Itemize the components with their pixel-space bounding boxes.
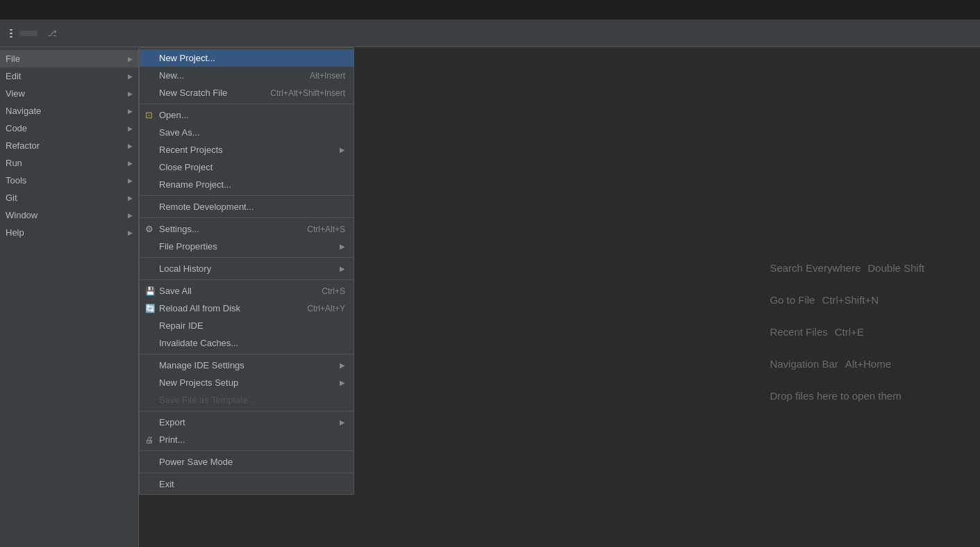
menu-label-repair-ide: Repair IDE (159, 320, 204, 331)
sidebar-item-file[interactable]: File▶ (0, 50, 138, 67)
sidebar-item-run[interactable]: Run▶ (0, 154, 138, 172)
branch-dropdown[interactable]: ⎇ (40, 26, 71, 41)
sidebar-label-edit: Edit (6, 71, 21, 81)
chevron-right-icon: ▶ (128, 212, 133, 219)
chevron-right-icon: ▶ (128, 90, 133, 97)
menu-item-rename-project[interactable]: Rename Project... (140, 176, 354, 193)
sidebar-label-help: Help (6, 227, 24, 238)
file-menu-panel: New Project...New...Alt+InsertNew Scratc… (139, 47, 354, 495)
menu-separator (140, 104, 354, 104)
hint-shortcut: Ctrl+E (835, 320, 864, 345)
sidebar-label-code: Code (6, 123, 27, 133)
menu-label-local-history: Local History (159, 263, 211, 274)
menu-item-new-scratch-file[interactable]: New Scratch FileCtrl+Alt+Shift+Insert (140, 84, 354, 101)
menu-item-open[interactable]: ⊡Open... (140, 106, 354, 124)
chevron-right-icon: ▶ (128, 177, 133, 184)
sidebar-item-view[interactable]: View▶ (0, 85, 138, 102)
menu-label-remote-development: Remote Development... (159, 202, 254, 212)
sidebar-item-help[interactable]: Help▶ (0, 224, 138, 241)
hint-shortcut: Alt+Home (845, 352, 891, 377)
menu-label-settings: Settings... (159, 224, 199, 234)
menu-label-export: Export (159, 417, 185, 427)
chevron-right-icon: ▶ (128, 142, 133, 149)
menu-bar: ⎇ (0, 19, 980, 47)
submenu-arrow-icon: ▶ (340, 361, 345, 369)
menu-separator (140, 354, 354, 354)
menu-label-save-file-as-template: Save File as Template... (159, 395, 256, 405)
hint-text: Recent Files (770, 320, 827, 345)
hint-text: Search Everywhere (770, 256, 861, 281)
menu-label-save-all: Save All (159, 286, 192, 296)
menu-item-manage-ide-settings[interactable]: Manage IDE Settings▶ (140, 357, 354, 374)
menu-label-file-properties: File Properties (159, 241, 217, 252)
menu-item-reload-all[interactable]: 🔄Reload All from DiskCtrl+Alt+Y (140, 300, 354, 317)
sidebar-label-view: View (6, 88, 25, 99)
sidebar-item-git[interactable]: Git▶ (0, 189, 138, 206)
menu-label-power-save-mode: Power Save Mode (159, 457, 233, 467)
menu-item-repair-ide[interactable]: Repair IDE (140, 317, 354, 334)
menu-item-new-projects-setup[interactable]: New Projects Setup▶ (140, 374, 354, 391)
menu-item-remote-development[interactable]: Remote Development... (140, 198, 354, 215)
sidebar-item-navigate[interactable]: Navigate▶ (0, 102, 138, 120)
shortcut-save-all: Ctrl+S (322, 286, 345, 296)
menu-item-power-save-mode[interactable]: Power Save Mode (140, 453, 354, 471)
sidebar-label-file: File (6, 54, 20, 64)
title-bar (0, 0, 980, 19)
menu-label-new-scratch-file: New Scratch File (159, 88, 227, 98)
sidebar-item-window[interactable]: Window▶ (0, 206, 138, 224)
chevron-right-icon: ▶ (128, 229, 133, 236)
hint-item-recent-files: Recent FilesCtrl+E (770, 320, 924, 345)
sidebar-label-refactor: Refactor (6, 140, 40, 151)
menu-item-new[interactable]: New...Alt+Insert (140, 67, 354, 84)
menu-label-reload-all: Reload All from Disk (159, 303, 240, 313)
project-dropdown[interactable] (19, 31, 38, 36)
editor-area: Search EverywhereDouble ShiftGo to FileC… (354, 47, 980, 547)
menu-separator (140, 257, 354, 258)
menu-separator (140, 279, 354, 280)
menu-item-print[interactable]: 🖨Print... (140, 431, 354, 448)
menu-item-exit[interactable]: Exit (140, 475, 354, 493)
menu-item-recent-projects[interactable]: Recent Projects▶ (140, 141, 354, 158)
hint-text: Go to File (770, 288, 815, 313)
sidebar-label-git: Git (6, 193, 17, 203)
menu-label-manage-ide-settings: Manage IDE Settings (159, 360, 244, 370)
print-icon: 🖨 (145, 435, 153, 445)
menu-item-save-all[interactable]: 💾Save AllCtrl+S (140, 282, 354, 300)
menu-separator (140, 411, 354, 411)
menu-item-new-project[interactable]: New Project... (140, 49, 354, 67)
menu-label-invalidate-caches: Invalidate Caches... (159, 338, 238, 348)
sidebar-item-edit[interactable]: Edit▶ (0, 67, 138, 85)
shortcut-settings: Ctrl+Alt+S (307, 224, 345, 234)
reload-icon: 🔄 (145, 304, 156, 313)
hint-item-drop-files: Drop files here to open them (770, 384, 924, 409)
chevron-right-icon: ▶ (128, 125, 133, 132)
hint-item-navigation-bar: Navigation BarAlt+Home (770, 352, 924, 377)
hamburger-menu[interactable] (6, 26, 17, 40)
menu-label-new-project: New Project... (159, 53, 215, 63)
menu-item-save-as[interactable]: Save As... (140, 124, 354, 141)
menu-item-close-project[interactable]: Close Project (140, 158, 354, 176)
menu-item-file-properties[interactable]: File Properties▶ (140, 238, 354, 255)
submenu-arrow-icon: ▶ (340, 146, 345, 154)
sidebar-item-refactor[interactable]: Refactor▶ (0, 137, 138, 154)
sidebar-label-run: Run (6, 158, 22, 168)
chevron-right-icon: ▶ (128, 108, 133, 115)
menu-separator (140, 450, 354, 451)
hint-shortcut: Double Shift (867, 256, 924, 281)
hint-item-search-everywhere: Search EverywhereDouble Shift (770, 256, 924, 281)
menu-item-invalidate-caches[interactable]: Invalidate Caches... (140, 334, 354, 352)
menu-label-open: Open... (159, 110, 189, 120)
menu-label-print: Print... (159, 434, 185, 445)
menu-item-export[interactable]: Export▶ (140, 414, 354, 431)
chevron-right-icon: ▶ (128, 160, 133, 167)
menu-item-settings[interactable]: ⚙Settings...Ctrl+Alt+S (140, 220, 354, 238)
sidebar-item-code[interactable]: Code▶ (0, 120, 138, 137)
folder-icon: ⊡ (145, 110, 153, 120)
menu-item-local-history[interactable]: Local History▶ (140, 260, 354, 277)
hint-text: Navigation Bar (770, 352, 838, 377)
save-icon: 💾 (145, 286, 156, 296)
menu-label-new: New... (159, 70, 184, 81)
menu-label-rename-project: Rename Project... (159, 179, 231, 190)
shortcut-reload-all: Ctrl+Alt+Y (307, 304, 345, 313)
sidebar-item-tools[interactable]: Tools▶ (0, 172, 138, 189)
